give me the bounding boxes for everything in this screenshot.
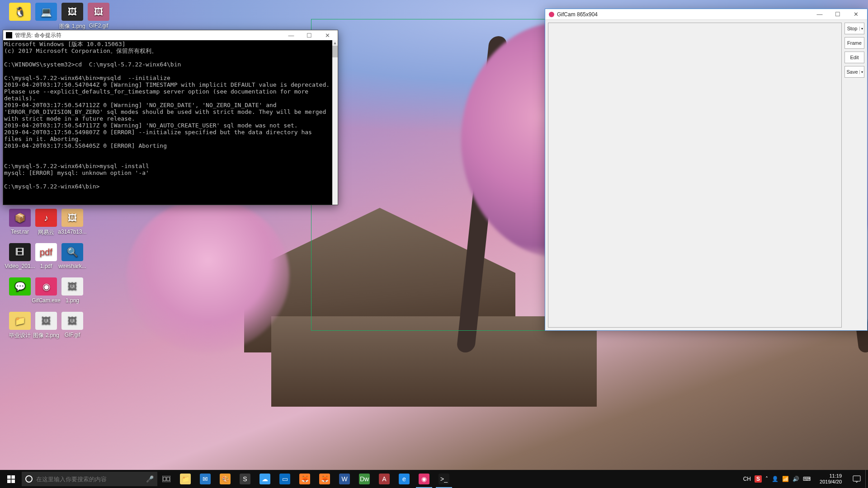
task-view-button[interactable] <box>157 470 175 488</box>
file-icon: 🎞 <box>9 243 31 261</box>
svg-rect-0 <box>7 475 11 479</box>
app-icon: S <box>240 474 250 484</box>
gifcam-capture-area <box>548 23 842 328</box>
taskbar-app[interactable]: >_ <box>434 470 454 488</box>
volume-icon[interactable]: 🔊 <box>793 476 799 482</box>
save-button[interactable]: Save ▾ <box>844 66 864 78</box>
svg-rect-6 <box>167 477 170 481</box>
network-icon[interactable]: 📶 <box>782 476 789 482</box>
ime-indicator[interactable]: CH <box>743 476 751 482</box>
gifcam-title-text: GifCam 865x904 <box>557 11 598 18</box>
taskbar-app[interactable]: 🦊 <box>295 470 315 488</box>
chevron-down-icon[interactable]: ▾ <box>859 70 864 74</box>
svg-rect-5 <box>163 477 166 481</box>
cmd-window[interactable]: 管理员: 命令提示符 ― ☐ ✕ Microsoft Windows [版本 1… <box>3 30 338 205</box>
taskbar-app[interactable]: 🦊 <box>315 470 335 488</box>
desktop-icon[interactable]: 🐧 <box>5 3 34 23</box>
system-tray: CH S ˄ 👤 📶 🔊 ⌨ 11:19 2019/4/20 <box>740 473 848 485</box>
app-icon: Dw <box>359 474 370 484</box>
keyboard-icon[interactable]: ⌨ <box>803 476 811 482</box>
desktop-icon-label: GIF2.gif <box>82 23 115 29</box>
frame-button[interactable]: Frame <box>844 37 864 49</box>
desktop-icon[interactable]: 🖼GIF.gif <box>58 312 87 338</box>
edit-button[interactable]: Edit <box>844 52 864 63</box>
file-icon: 🖼 <box>61 277 83 296</box>
close-button[interactable]: ✕ <box>320 30 335 40</box>
file-icon: 💻 <box>35 3 57 21</box>
file-icon: pdf <box>35 243 57 261</box>
desktop-icon[interactable]: 🖼a3147b13... <box>58 209 87 235</box>
file-icon: 🖼 <box>61 312 83 330</box>
stop-button[interactable]: Stop ▾ <box>844 23 864 34</box>
search-input[interactable] <box>36 476 142 483</box>
app-icon: A <box>379 474 390 484</box>
taskbar-app[interactable]: S <box>235 470 255 488</box>
cortana-icon <box>25 475 33 483</box>
maximize-button[interactable]: ☐ <box>302 30 317 40</box>
file-icon: ◉ <box>35 277 57 296</box>
svg-rect-3 <box>11 479 15 483</box>
taskbar-app[interactable]: A <box>374 470 394 488</box>
desktop-icon[interactable]: 💬 <box>5 277 34 297</box>
file-icon: 🖼 <box>35 312 57 330</box>
start-button[interactable] <box>0 470 22 488</box>
file-icon: 💬 <box>9 277 31 296</box>
app-icon: 🦊 <box>299 474 310 484</box>
desktop-icon-label: GIF.gif <box>56 332 89 338</box>
cmd-titlebar[interactable]: 管理员: 命令提示符 ― ☐ ✕ <box>3 30 338 40</box>
gifcam-toolbar: Stop ▾ Frame Edit Save ▾ <box>844 23 865 78</box>
mic-icon[interactable]: 🎤 <box>146 475 154 483</box>
cmd-sys-icon <box>6 32 12 38</box>
taskbar-app[interactable]: ☁ <box>255 470 275 488</box>
people-icon[interactable]: 👤 <box>772 476 778 482</box>
file-icon: 📦 <box>9 209 31 227</box>
desktop-icon-label: 1.png <box>56 297 89 304</box>
taskbar-app[interactable]: 📁 <box>175 470 195 488</box>
windows-icon <box>7 475 15 483</box>
app-icon: ☁ <box>259 474 270 484</box>
cmd-output[interactable]: Microsoft Windows [版本 10.0.15063] (c) 20… <box>3 40 332 205</box>
scroll-up-icon[interactable]: ▲ <box>332 40 338 46</box>
taskbar-app[interactable]: 🎨 <box>215 470 235 488</box>
taskbar-app[interactable]: ▭ <box>275 470 295 488</box>
svg-rect-7 <box>853 476 860 481</box>
desktop-icon[interactable]: 🖼GIF2.gif <box>84 3 113 29</box>
file-icon: 🔍 <box>61 243 83 261</box>
chevron-down-icon[interactable]: ▾ <box>859 27 864 31</box>
minimize-button[interactable]: ― <box>283 30 299 40</box>
taskbar-app[interactable]: e <box>394 470 414 488</box>
app-icon: 🎨 <box>220 474 231 484</box>
taskbar-app[interactable]: ◉ <box>414 470 434 488</box>
taskbar-app[interactable]: Dw <box>354 470 374 488</box>
taskbar-app[interactable]: W <box>335 470 354 488</box>
file-icon: 📁 <box>9 312 31 330</box>
taskbar-search[interactable]: 🎤 <box>22 472 157 486</box>
app-icon: ◉ <box>419 474 429 484</box>
desktop-icon[interactable]: 💻 <box>32 3 61 23</box>
maximize-button[interactable]: ☐ <box>830 9 845 20</box>
desktop-icon[interactable]: 🖼1.png <box>58 277 87 304</box>
app-icon: ✉ <box>200 474 211 484</box>
tray-overflow-icon[interactable]: ˄ <box>765 476 768 482</box>
action-center-button[interactable] <box>848 470 865 488</box>
desktop-icon[interactable]: 🔍wireshark... <box>58 243 87 269</box>
file-icon: 🖼 <box>61 3 83 21</box>
gifcam-titlebar[interactable]: GifCam 865x904 ― ☐ ✕ <box>545 9 867 20</box>
taskbar-app[interactable]: ✉ <box>195 470 215 488</box>
close-button[interactable]: ✕ <box>848 9 863 20</box>
gifcam-app-icon <box>549 12 554 17</box>
ime-s-icon[interactable]: S <box>755 475 762 483</box>
taskbar-clock[interactable]: 11:19 2019/4/20 <box>817 473 844 485</box>
file-icon: 🐧 <box>9 3 31 21</box>
show-desktop-button[interactable] <box>865 470 868 488</box>
svg-rect-1 <box>11 475 15 479</box>
gifcam-window[interactable]: GifCam 865x904 ― ☐ ✕ Stop ▾ Frame Edit S… <box>545 9 868 331</box>
taskview-icon <box>162 476 170 482</box>
minimize-button[interactable]: ― <box>812 9 827 20</box>
clock-date: 2019/4/20 <box>820 479 842 485</box>
svg-rect-2 <box>7 479 11 483</box>
cmd-scrollbar[interactable]: ▲ <box>332 40 338 205</box>
scroll-thumb[interactable] <box>332 46 338 57</box>
file-icon: 🖼 <box>61 209 83 227</box>
cmd-title-text: 管理员: 命令提示符 <box>15 32 61 39</box>
